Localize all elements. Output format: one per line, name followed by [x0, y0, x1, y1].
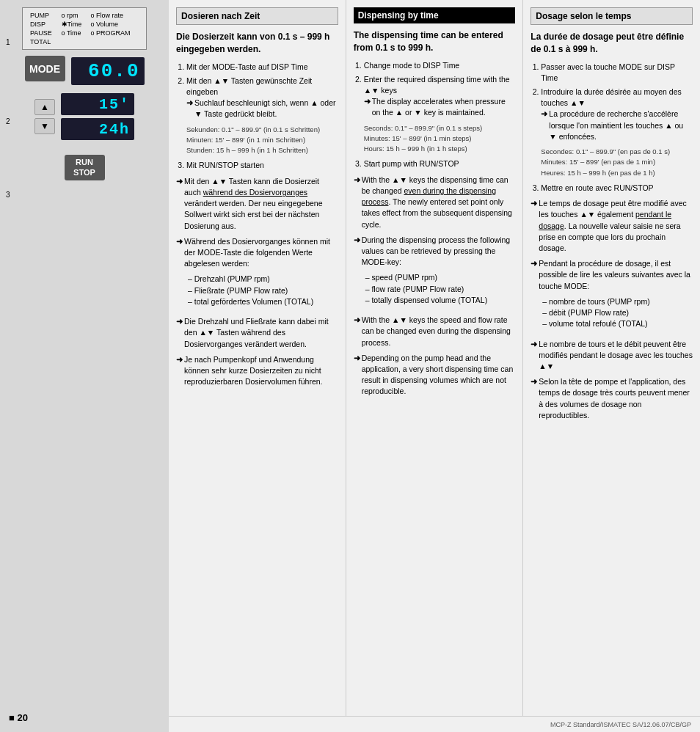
label-3: 3: [6, 191, 10, 199]
steps-english: Change mode to DISP Time Enter the requi…: [364, 60, 516, 170]
control-row: ▲ ▼ 15' 24h: [34, 93, 134, 140]
arrow-3-en: ➜ With the ▲▼ keys the speed and flow ra…: [354, 315, 516, 348]
arrow-2-de: ➜ Während des Dosiervorganges können mit…: [176, 236, 338, 270]
step-3-fr: Mettre en route avec RUN/STOP: [541, 183, 693, 194]
heading-german: Die Dosierzeit kann von 0.1 s – 999 h ei…: [176, 31, 338, 56]
step-1-de: Mit der MODE-Taste auf DISP Time: [186, 62, 338, 73]
header-english: Dispensing by time: [354, 7, 516, 23]
header-german: Dosieren nach Zeit: [176, 7, 338, 25]
mode-row: MODE 60.0: [25, 56, 145, 86]
footer-text: MCP-Z Standard/ISMATEC SA/12.06.07/CB/GP: [550, 721, 691, 728]
step-3-en: Start pump with RUN/STOP: [364, 158, 516, 169]
arrow-1-de: ➜ Mit den ▲▼ Tasten kann die Dosierzeit …: [176, 176, 338, 232]
arrow-column: ▲ ▼: [34, 99, 55, 134]
list-2-fr: nombre de tours (PUMP rpm) débit (PUMP F…: [542, 296, 693, 330]
arrow-1-en: ➜ With the ▲▼ keys the dispensing time c…: [354, 175, 516, 230]
down-arrow-button[interactable]: ▼: [34, 118, 55, 134]
arrow-4-en: ➜ Depending on the pump head and the app…: [354, 353, 516, 398]
arrow-2-fr: ➜ Pendant la procédure de dosage, il est…: [531, 258, 693, 292]
header-french: Dosage selon le temps: [531, 7, 693, 25]
step-2-fr: Introduire la durée désirée au moyen des…: [541, 87, 693, 178]
column-french: Dosage selon le temps La durée de dosage…: [522, 0, 700, 716]
steps-french: Passer avec la touche MODE sur DISP Time…: [541, 62, 693, 194]
small-1-de: Sekunden: 0.1" – 899.9" (in 0.1 s Schrit…: [186, 125, 338, 156]
label-2: 2: [6, 117, 10, 125]
arrow-3-fr: ➜ Le nombre de tours et le débit peuvent…: [531, 339, 693, 373]
step-2-de: Mit den ▲▼ Tasten gewünschte Zeit eingeb…: [186, 76, 338, 156]
run-stop-button[interactable]: RUN STOP: [65, 155, 105, 180]
step-1-en: Change mode to DISP Time: [364, 60, 516, 71]
arrow-1-fr: ➜ Le temps de dosage peut être modifié a…: [531, 198, 693, 254]
page-number: ■ 20: [9, 712, 28, 723]
step-1-fr: Passer avec la touche MODE sur DISP Time: [541, 62, 693, 84]
arrow-4-de: ➜ Je nach Pumpenkopf und Anwendung könne…: [176, 354, 338, 388]
arrow-2-en: ➜ During the dispensing process the foll…: [354, 235, 516, 268]
left-panel: 1 2 3 PUMPo rpmo Flow rate DISP✱Timeo Vo…: [0, 0, 169, 732]
step-3-de: Mit RUN/STOP starten: [186, 160, 338, 171]
display-main: 60.0: [71, 57, 145, 85]
mode-button[interactable]: MODE: [25, 56, 65, 81]
heading-french: La durée de dosage peut être définie de …: [531, 31, 693, 56]
note-1-en: ➜ The display accelerates when pressure …: [364, 96, 516, 118]
column-english: Dispensing by time The dispensing time c…: [346, 0, 523, 716]
display-hours: 24h: [61, 118, 134, 140]
label-1: 1: [6, 38, 10, 46]
display-column: 15' 24h: [61, 93, 134, 140]
arrow-4-fr: ➜ Selon la tête de pompe et l'applicatio…: [531, 376, 693, 421]
steps-german: Mit der MODE-Taste auf DISP Time Mit den…: [186, 62, 338, 172]
column-german: Dosieren nach Zeit Die Dosierzeit kann v…: [169, 0, 346, 716]
list-2-en: speed (PUMP rpm) flow rate (PUMP Flow ra…: [365, 272, 516, 306]
columns-container: Dosieren nach Zeit Die Dosierzeit kann v…: [169, 0, 700, 716]
up-arrow-button[interactable]: ▲: [34, 99, 55, 115]
main-content: Dosieren nach Zeit Die Dosierzeit kann v…: [169, 0, 700, 732]
small-1-en: Seconds: 0.1" – 899.9" (in 0.1 s steps)M…: [364, 123, 516, 155]
step-2-en: Enter the required dispensing time with …: [364, 74, 516, 155]
heading-english: The dispensing time can be entered from …: [354, 29, 516, 54]
display-minutes: 15': [61, 93, 134, 115]
note-1-de: ➜ Suchlauf beschleunigt sich, wenn ▲ ode…: [186, 98, 338, 120]
note-1-fr: ➜ La procédure de recherche s'accélère l…: [541, 109, 693, 142]
footer-bar: MCP-Z Standard/ISMATEC SA/12.06.07/CB/GP: [169, 716, 700, 732]
arrow-3-de: ➜ Die Drehzahl und Fließrate kann dabei …: [176, 316, 338, 350]
list-2-de: Drehzahl (PUMP rpm) Fließrate (PUMP Flow…: [188, 274, 338, 307]
small-1-fr: Secondes: 0.1" – 899.9" (en pas de 0.1 s…: [541, 147, 693, 178]
device-status-box: PUMPo rpmo Flow rate DISP✱Timeo Volume P…: [22, 7, 147, 50]
